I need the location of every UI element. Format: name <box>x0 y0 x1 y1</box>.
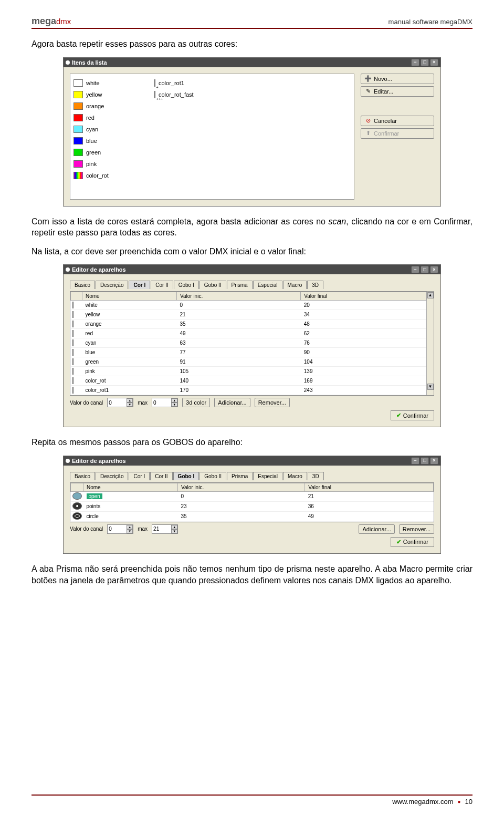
th-vfin[interactable]: Valor final <box>301 292 426 301</box>
table-row[interactable]: cyan6376 <box>71 338 426 348</box>
max-input[interactable] <box>152 525 171 532</box>
th-vini[interactable]: Valor inic. <box>178 483 305 491</box>
valor-canal-input[interactable] <box>108 525 127 532</box>
paragraph-5: A aba Prisma não será preenchida pois nã… <box>32 563 472 586</box>
confirmar-button[interactable]: ✔Confirmar <box>391 410 434 420</box>
cell-vfin: 62 <box>301 329 426 338</box>
spin-up-icon[interactable]: ▲ <box>171 525 177 529</box>
item-label: blue <box>86 138 97 144</box>
novo-button[interactable]: ➕Novo... <box>361 74 434 84</box>
tab-especial[interactable]: Especial <box>253 472 282 480</box>
list-item[interactable]: color_rot <box>74 170 351 181</box>
valor-canal-label: Valor do canal <box>70 526 103 532</box>
list-item[interactable]: white <box>74 77 351 89</box>
close-icon[interactable]: × <box>430 266 438 273</box>
list-item[interactable]: pink <box>74 158 351 170</box>
titlebar[interactable]: Editor de aparelhos − □ × <box>64 265 440 274</box>
tab-macro[interactable]: Macro <box>283 281 307 289</box>
cell-vini: 140 <box>177 376 301 386</box>
valor-canal-spinner[interactable]: ▲▼ <box>107 524 133 534</box>
spin-down-icon[interactable]: ▼ <box>127 529 133 533</box>
minimize-icon[interactable]: − <box>411 266 419 273</box>
table-row[interactable]: points2336 <box>71 501 434 511</box>
close-icon[interactable]: × <box>430 457 438 465</box>
valor-canal-input[interactable] <box>108 399 127 406</box>
tab-prisma[interactable]: Prisma <box>227 281 253 289</box>
remover-button[interactable]: Remover... <box>399 524 434 534</box>
scroll-up-icon[interactable]: ▲ <box>427 292 434 298</box>
minimize-icon[interactable]: − <box>411 457 419 465</box>
table-row[interactable]: pink105139 <box>71 367 426 376</box>
list-item[interactable]: +color_rot1 <box>154 77 194 89</box>
list-item[interactable]: yellow <box>74 89 351 100</box>
tab-basico[interactable]: Basico <box>70 281 95 289</box>
table-row[interactable]: yellow2134 <box>71 310 426 319</box>
scrollbar[interactable]: ▲ ▼ <box>426 292 434 395</box>
adicionar-button[interactable]: Adicionar... <box>359 524 394 534</box>
scroll-down-icon[interactable]: ▼ <box>427 384 434 390</box>
valor-canal-spinner[interactable]: ▲▼ <box>107 398 133 407</box>
spin-up-icon[interactable]: ▲ <box>127 398 133 403</box>
list-item[interactable]: +++color_rot_fast <box>154 89 194 100</box>
close-icon[interactable]: × <box>430 59 438 66</box>
tab-3d[interactable]: 3D <box>307 281 323 289</box>
confirmar-button[interactable]: ⬆Confirmar <box>361 128 434 139</box>
table-row[interactable]: red4962 <box>71 329 426 338</box>
spin-up-icon[interactable]: ▲ <box>171 398 177 403</box>
tab-macro[interactable]: Macro <box>283 472 307 480</box>
table-row[interactable]: green91104 <box>71 357 426 367</box>
maximize-icon[interactable]: □ <box>421 59 429 66</box>
list-item[interactable]: orange <box>74 100 351 112</box>
th-nome[interactable]: Nome <box>82 292 177 301</box>
max-spinner[interactable]: ▲▼ <box>152 524 178 534</box>
editar-button[interactable]: ✎Editar... <box>361 86 434 97</box>
tab-especial[interactable]: Especial <box>253 281 282 289</box>
th-vfin[interactable]: Valor final <box>305 483 434 491</box>
max-spinner[interactable]: ▲▼ <box>152 398 178 407</box>
th-vini[interactable]: Valor inic. <box>177 292 301 301</box>
window-title: Editor de aparelhos <box>72 458 126 464</box>
tab-basico[interactable]: Basico <box>70 472 95 480</box>
table-row[interactable]: white020 <box>71 301 426 310</box>
titlebar[interactable]: Editor de aparelhos − □ × <box>64 456 440 466</box>
tab-gobo-ii[interactable]: Gobo II <box>200 472 226 480</box>
confirmar-button[interactable]: ✔Confirmar <box>391 537 434 547</box>
color-list[interactable]: whiteyelloworangeredcyanbluegreenpinkcol… <box>70 74 354 200</box>
tab-prisma[interactable]: Prisma <box>227 472 253 480</box>
minimize-icon[interactable]: − <box>411 59 419 66</box>
tab-cor-i[interactable]: Cor I <box>129 281 150 289</box>
spin-down-icon[interactable]: ▼ <box>127 403 133 407</box>
tab-3d[interactable]: 3D <box>308 472 324 480</box>
table-row[interactable]: color_rot1170243 <box>71 386 426 395</box>
max-input[interactable] <box>152 399 171 406</box>
tab-cor-ii[interactable]: Cor II <box>151 281 173 289</box>
adicionar-button[interactable]: Adicionar... <box>214 398 250 407</box>
tab-gobo-i[interactable]: Gobo I <box>173 472 200 480</box>
cancelar-button[interactable]: ⊘Cancelar <box>361 116 434 126</box>
list-item[interactable]: cyan <box>74 123 351 135</box>
tab-cor-ii[interactable]: Cor II <box>150 472 172 480</box>
list-item[interactable]: blue <box>74 135 351 147</box>
spin-down-icon[interactable]: ▼ <box>171 529 177 533</box>
titlebar[interactable]: Itens da lista − □ × <box>64 58 440 67</box>
list-item[interactable]: red <box>74 112 351 123</box>
maximize-icon[interactable]: □ <box>421 266 429 273</box>
list-item[interactable]: green <box>74 147 351 158</box>
color3d-button[interactable]: 3d color <box>182 398 210 407</box>
table-row[interactable]: open021 <box>71 491 434 501</box>
spin-up-icon[interactable]: ▲ <box>127 525 133 529</box>
table-row[interactable]: orange3548 <box>71 319 426 329</box>
remover-button[interactable]: Remover... <box>255 398 290 407</box>
tab-descrição[interactable]: Descrição <box>96 281 128 289</box>
tab-descrição[interactable]: Descrição <box>96 472 128 480</box>
tab-cor-i[interactable]: Cor I <box>129 472 150 480</box>
cell-name: green <box>82 357 177 367</box>
table-row[interactable]: color_rot140169 <box>71 376 426 386</box>
maximize-icon[interactable]: □ <box>421 457 429 465</box>
tab-gobo-i[interactable]: Gobo I <box>174 281 199 289</box>
th-nome[interactable]: Nome <box>83 483 178 491</box>
tab-gobo-ii[interactable]: Gobo II <box>200 281 226 289</box>
table-row[interactable]: blue7790 <box>71 348 426 357</box>
table-row[interactable]: circle3549 <box>71 511 434 521</box>
spin-down-icon[interactable]: ▼ <box>171 403 177 407</box>
